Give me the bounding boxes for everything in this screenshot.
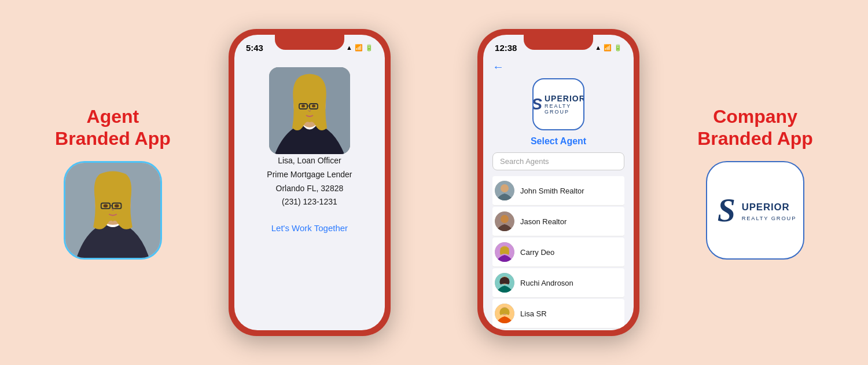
phone1-profile-photo — [269, 67, 350, 154]
phone1-mockup: 5:43 ▲ 📶 🔋 — [229, 29, 391, 336]
list-item[interactable]: Carry Deo — [492, 238, 624, 267]
list-item[interactable]: Lisa SR — [492, 299, 624, 329]
list-item[interactable]: John Smith Realtor — [492, 176, 624, 206]
search-placeholder: Search Agents — [500, 157, 549, 166]
phone2-content: ← S UPERIOR REALTY GROUP — [483, 56, 634, 330]
svg-point-21 — [501, 215, 509, 223]
agent-avatar-5 — [495, 304, 514, 323]
agent-avatar-3 — [495, 242, 514, 262]
svg-point-19 — [501, 184, 509, 192]
srg-text: UPERIOR REALTY GROUP — [545, 94, 584, 115]
agent-avatar-1 — [495, 181, 514, 200]
agent-location: Orlando FL, 32828 — [267, 182, 352, 196]
phone1-time: 5:43 — [246, 43, 263, 53]
signal-icon: ▲ — [346, 44, 352, 51]
svg-point-16 — [301, 105, 305, 108]
agent-name-3: Carry Deo — [520, 248, 554, 257]
company-logo-big: S UPERIOR REALTY GROUP — [706, 161, 804, 260]
agent-avatar-2 — [495, 211, 514, 231]
phone1-content: Lisa, Loan Officer Prime Mortgage Lender… — [234, 56, 385, 330]
svg-point-8 — [115, 205, 119, 208]
agent-name-1: John Smith Realtor — [520, 187, 584, 195]
company-logo-container: S UPERIOR REALTY GROUP — [492, 78, 624, 130]
srg-realty: REALTY GROUP — [545, 103, 584, 115]
svg-point-7 — [104, 205, 108, 208]
agent-name-4: Ruchi Androson — [520, 279, 573, 287]
agent-list: John Smith Realtor Jason Realtor — [492, 176, 624, 330]
srg-logo: S UPERIOR REALTY GROUP — [532, 89, 584, 119]
srg-s: S — [532, 96, 542, 112]
phone1-status-icons: ▲ 📶 🔋 — [346, 44, 373, 52]
agent-name-5: Lisa SR — [520, 309, 547, 318]
lets-work-button[interactable]: Let's Work Together — [271, 223, 348, 233]
wifi-icon: 📶 — [355, 44, 363, 52]
srg-logo-big: S UPERIOR REALTY GROUP — [710, 189, 800, 231]
page-container: Agent Branded App — [0, 0, 868, 365]
list-item[interactable]: Jason Realtor — [492, 207, 624, 236]
phone2-mockup: 12:38 ▲ 📶 🔋 ← S UPERIOR — [477, 29, 639, 336]
phone2-notch — [524, 35, 593, 50]
agent-avatar-4 — [495, 273, 514, 293]
phone2-time: 12:38 — [495, 43, 517, 53]
battery-icon: 🔋 — [365, 44, 373, 52]
list-item[interactable]: Olivia nick — [492, 330, 624, 330]
signal-icon2: ▲ — [595, 44, 601, 51]
agent-phone: (231) 123-1231 — [267, 195, 352, 209]
agent-avatar-icon — [64, 161, 162, 260]
list-item[interactable]: Ruchi Androson — [492, 268, 624, 298]
right-section: Company Branded App S UPERIOR REALTY GRO… — [697, 105, 813, 260]
agent-company: Prime Mortgage Lender — [267, 168, 352, 182]
svg-text:S: S — [718, 194, 735, 227]
back-button[interactable]: ← — [492, 60, 624, 74]
company-branded-label: Company Branded App — [697, 105, 813, 150]
agent-branded-label: Agent Branded App — [55, 105, 171, 150]
srg-superior: UPERIOR — [545, 94, 584, 103]
left-section: Agent Branded App — [55, 105, 171, 260]
agent-name: Lisa, Loan Officer — [267, 154, 352, 168]
phone2-status-icons: ▲ 📶 🔋 — [595, 44, 622, 52]
search-agents-input[interactable]: Search Agents — [492, 152, 624, 170]
svg-text:UPERIOR: UPERIOR — [742, 202, 790, 213]
svg-point-17 — [312, 105, 315, 108]
battery-icon2: 🔋 — [614, 44, 622, 52]
phone1-inner: 5:43 ▲ 📶 🔋 — [234, 35, 385, 330]
company-logo-box: S UPERIOR REALTY GROUP — [532, 78, 584, 130]
phone1-notch — [275, 35, 344, 50]
wifi-icon2: 📶 — [604, 44, 612, 52]
agent-name-2: Jason Realtor — [520, 217, 567, 226]
phone2-inner: 12:38 ▲ 📶 🔋 ← S UPERIOR — [483, 35, 634, 330]
select-agent-title: Select Agent — [492, 136, 624, 147]
svg-text:REALTY GROUP: REALTY GROUP — [742, 216, 796, 221]
agent-info-block: Lisa, Loan Officer Prime Mortgage Lender… — [267, 154, 352, 209]
